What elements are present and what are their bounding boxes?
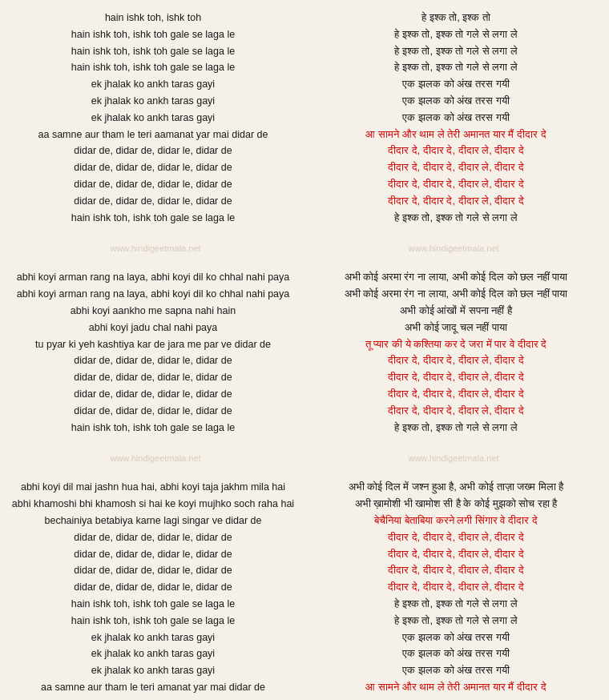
lyric-line-hindi: हे इश्क तो, इश्क तो गले से लगा ले xyxy=(309,613,603,630)
lyric-line-hindi: बेचैनिया बेताबिया करने लगी सिंगार वे दीद… xyxy=(309,513,603,529)
lyric-line: didar de, didar de, didar le, didar de xyxy=(6,562,300,578)
lyric-line-hindi: हे इश्क तो, इश्क तो गले से लगा ले xyxy=(309,210,603,227)
lyric-line-hindi: एक झलक को अंख तरस गयी xyxy=(309,76,603,93)
lyric-line: ek jhalak ko ankh taras gayi xyxy=(6,646,300,662)
watermark-right: www.hindigeetmala.net xyxy=(408,453,498,463)
lyric-line-hindi: हे इश्क तो, इश्क तो गले से लगा ले xyxy=(309,596,603,613)
lyric-line-hindi: आ सामने और थाम ले तेरी अमानत यार मैं दीद… xyxy=(309,679,603,696)
lyric-line-hindi: एक झलक को अंख तरस गयी xyxy=(309,662,603,679)
lyric-line-hindi: दीदार दे, दीदार दे, दीदार ले, दीदार दे xyxy=(309,579,603,596)
lyric-line: didar de, didar de, didar le, didar de xyxy=(6,529,300,545)
lyric-line: abhi koyi arman rang na laya, abhi koyi … xyxy=(6,286,300,302)
lyric-line: tu pyar ki yeh kashtiya kar de jara me p… xyxy=(6,336,300,352)
lyric-line: ek jhalak ko ankh taras gayi xyxy=(6,662,300,678)
lyric-line-hindi: अभी कोई जादू चल नहीं पाया xyxy=(309,320,603,336)
lyric-line: hain ishk toh, ishk toh gale se laga le xyxy=(6,613,300,629)
lyric-line: didar de, didar de, didar le, didar de xyxy=(6,369,300,385)
lyric-line: didar de, didar de, didar le, didar de xyxy=(6,352,300,368)
lyric-line-hindi: अभी कोई आंखों में सपना नहीं है xyxy=(309,303,603,320)
lyric-line-hindi: एक झलक को अंख तरस गयी xyxy=(309,93,603,110)
lyric-line: didar de, didar de, didar le, didar de xyxy=(6,143,300,159)
lyric-line-hindi: दीदार दे, दीदार दे, दीदार ले, दीदार दे xyxy=(309,159,603,176)
lyric-line: didar de, didar de, didar le, didar de xyxy=(6,579,300,595)
main-content: hain ishk toh, ishk tohहे इश्क तो, इश्क … xyxy=(0,0,609,700)
lyric-line-hindi: अभी कोई अरमा रंग ना लाया, अभी कोई दिल को… xyxy=(309,286,603,303)
lyric-line: abhi koyi dil mai jashn hua hai, abhi ko… xyxy=(6,479,300,495)
lyric-line-hindi: दीदार दे, दीदार दे, दीदार ले, दीदार दे xyxy=(309,562,603,579)
lyric-line-hindi: हे इश्क तो, इश्क तो गले से लगा ले xyxy=(309,420,603,436)
lyric-line: didar de, didar de, didar le, didar de xyxy=(6,403,300,419)
lyric-line-hindi: अभी ख़ामोशी भी खामोश सी है के कोई मुझको … xyxy=(309,496,603,513)
lyric-line: abhi koyi arman rang na laya, abhi koyi … xyxy=(6,269,300,285)
lyric-line: hain ishk toh, ishk toh gale se laga le xyxy=(6,420,300,436)
lyric-line-hindi: दीदार दे, दीदार दे, दीदार ले, दीदार दे xyxy=(309,546,603,563)
lyric-line-hindi: हे इश्क तो, इश्क तो xyxy=(309,10,603,26)
lyric-line-hindi: एक झलक को अंख तरस गयी xyxy=(309,630,603,646)
lyric-line-hindi: एक झलक को अंख तरस गयी xyxy=(309,110,603,127)
lyric-line-hindi: दीदार दे, दीदार दे, दीदार ले, दीदार दे xyxy=(309,176,603,193)
lyric-line-hindi: दीदार दे, दीदार दे, दीदार ले, दीदार दे xyxy=(309,352,603,369)
lyric-line: abhi koyi jadu chal nahi paya xyxy=(6,320,300,336)
lyric-line-hindi: अभी कोई दिल में जश्न हुआ है, अभी कोई ताज… xyxy=(309,479,603,496)
lyric-line: hain ishk toh, ishk toh gale se laga le xyxy=(6,59,300,75)
lyric-line-hindi: अभी कोई अरमा रंग ना लाया, अभी कोई दिल को… xyxy=(309,269,603,286)
lyric-line: ek jhalak ko ankh taras gayi xyxy=(6,93,300,109)
lyric-line-hindi: दीदार दे, दीदार दे, दीदार ले, दीदार दे xyxy=(309,369,603,386)
lyric-line: abhi khamoshi bhi khamosh si hai ke koyi… xyxy=(6,496,300,512)
lyric-line-hindi: हे इश्क तो, इश्क तो गले से लगा ले xyxy=(309,43,603,60)
lyric-line-hindi: दीदार दे, दीदार दे, दीदार ले, दीदार दे xyxy=(309,403,603,420)
lyric-line-hindi: दीदार दे, दीदार दे, दीदार ले, दीदार दे xyxy=(309,193,603,210)
lyric-line: didar de, didar de, didar le, didar de xyxy=(6,386,300,402)
lyric-line: abhi koyi aankho me sapna nahi hain xyxy=(6,303,300,319)
lyric-line-hindi: दीदार दे, दीदार दे, दीदार ले, दीदार दे xyxy=(309,386,603,403)
lyric-line: aa samne aur tham le teri amanat yar mai… xyxy=(6,679,300,695)
watermark-right: www.hindigeetmala.net xyxy=(408,243,498,253)
lyric-line: hain ishk toh, ishk toh gale se laga le xyxy=(6,26,300,42)
lyric-line: hain ishk toh, ishk toh gale se laga le xyxy=(6,596,300,612)
lyric-line: didar de, didar de, didar le, didar de xyxy=(6,176,300,192)
lyric-line-hindi: दीदार दे, दीदार दे, दीदार ले, दीदार दे xyxy=(309,529,603,546)
lyric-line: didar de, didar de, didar le, didar de xyxy=(6,193,300,209)
lyric-line: ek jhalak ko ankh taras gayi xyxy=(6,110,300,126)
lyric-line: didar de, didar de, didar le, didar de xyxy=(6,546,300,562)
lyric-line: bechainiya betabiya karne lagi singar ve… xyxy=(6,513,300,529)
lyric-line: hain ishk toh, ishk toh gale se laga le xyxy=(6,43,300,59)
watermark-left: www.hindigeetmala.net xyxy=(110,453,200,463)
lyric-line: hain ishk toh, ishk toh xyxy=(6,10,300,26)
lyric-line-hindi: दीदार दे, दीदार दे, दीदार ले, दीदार दे xyxy=(309,143,603,159)
lyric-line-hindi: आ सामने और थाम ले तेरी अमानत यार मैं दीद… xyxy=(309,127,603,143)
lyric-line-hindi: एक झलक को अंख तरस गयी xyxy=(309,646,603,662)
lyric-line-hindi: हे इश्क तो, इश्क तो गले से लगा ले xyxy=(309,26,603,43)
lyric-line-hindi: हे इश्क तो, इश्क तो गले से लगा ले xyxy=(309,59,603,76)
watermark-left: www.hindigeetmala.net xyxy=(110,243,200,253)
lyric-line: aa samne aur tham le teri aamanat yar ma… xyxy=(6,127,300,143)
lyric-line: ek jhalak ko ankh taras gayi xyxy=(6,630,300,646)
lyric-line: didar de, didar de, didar le, didar de xyxy=(6,159,300,175)
lyric-line: hain ishk toh, ishk toh gale se laga le xyxy=(6,210,300,226)
lyric-line: ek jhalak ko ankh taras gayi xyxy=(6,76,300,92)
lyric-line-hindi: तू प्यार की ये कश्तिया कर दे जरा में पार… xyxy=(309,336,603,353)
